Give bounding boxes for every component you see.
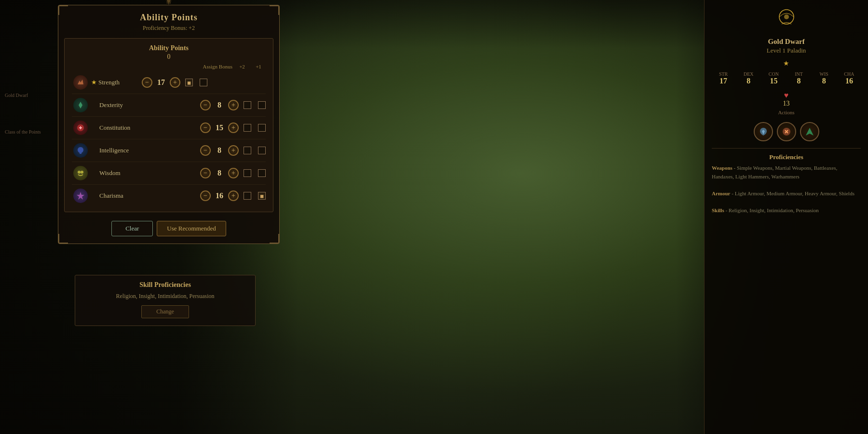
proficiencies-text: Weapons - Simple Weapons, Martial Weapon…: [712, 164, 861, 215]
bonus-col1-label: +2: [237, 64, 247, 69]
wisdom-icon-img: [73, 166, 88, 180]
strength-minus-button[interactable]: −: [142, 77, 152, 88]
charisma-checkboxes: [244, 192, 266, 200]
str-abbr: STR: [712, 71, 735, 77]
svg-point-1: [78, 171, 81, 174]
dexterity-checkbox2[interactable]: [258, 101, 266, 109]
charisma-name: Charisma: [99, 192, 200, 200]
strength-plus-button[interactable]: +: [170, 77, 180, 88]
weapons-label: Weapons: [712, 165, 732, 171]
bonus-col2-label: +1: [254, 64, 263, 69]
svg-point-2: [81, 171, 83, 174]
wisdom-value: 8: [213, 169, 226, 177]
top-ornament: ⚜: [164, 0, 174, 7]
constitution-checkbox1[interactable]: [244, 124, 251, 132]
wisdom-name: Wisdom: [99, 169, 200, 177]
strength-controls: − 17 +: [142, 77, 180, 88]
class-icon-3: [800, 122, 819, 141]
constitution-plus-button[interactable]: +: [228, 122, 239, 133]
dexterity-plus-button[interactable]: +: [228, 100, 239, 110]
intelligence-value: 8: [213, 146, 226, 155]
stat-cell-con: CON 15: [762, 71, 785, 85]
wisdom-minus-button[interactable]: −: [200, 168, 211, 178]
strength-label-group: ★ Strength: [91, 79, 142, 86]
strength-checkbox2[interactable]: [200, 79, 207, 86]
constitution-value: 15: [213, 123, 226, 132]
constitution-minus-button[interactable]: −: [200, 122, 211, 133]
charisma-checkbox2[interactable]: [258, 192, 266, 200]
con-abbr: CON: [762, 71, 785, 77]
str-value: 17: [712, 77, 735, 85]
strength-star: ★: [91, 79, 97, 86]
stat-row-wisdom: Wisdom − 8 +: [72, 162, 266, 185]
cha-abbr: CHA: [838, 71, 861, 77]
armour-label: Armour: [712, 190, 731, 196]
wisdom-icon: [72, 164, 89, 182]
star-rating: ★: [712, 59, 861, 68]
wisdom-controls: − 8 +: [200, 168, 239, 178]
wisdom-checkbox1[interactable]: [244, 169, 251, 177]
dexterity-checkbox1[interactable]: [244, 101, 251, 109]
charisma-checkbox1[interactable]: [244, 192, 251, 200]
character-class: Level 1 Paladin: [712, 47, 861, 54]
strength-value: 17: [154, 78, 168, 87]
con-value: 15: [762, 77, 785, 85]
armour-text: - Light Armour, Medium Armour, Heavy Arm…: [732, 190, 854, 196]
wis-value: 8: [813, 77, 836, 85]
constitution-icon-img: [73, 121, 88, 135]
skill-proficiencies-panel: Skill Proficiencies Religion, Insight, I…: [75, 275, 256, 326]
actions-count: 13: [712, 100, 861, 108]
charisma-minus-button[interactable]: −: [200, 190, 211, 201]
skills-text: - Religion, Insight, Intimidation, Persu…: [725, 207, 818, 213]
dexterity-icon-img: [73, 98, 88, 112]
panel-header: ⚜ Ability Points Proficiency Bonus: +2: [58, 5, 279, 34]
bonus-cols: +2 +1: [237, 64, 263, 69]
use-recommended-button[interactable]: Use Recommended: [157, 221, 226, 236]
dexterity-icon: [72, 96, 89, 114]
skill-change-button[interactable]: Change: [141, 305, 189, 318]
wisdom-plus-button[interactable]: +: [228, 168, 239, 178]
left-sidebar: Gold Dwarf Class of the Points: [0, 0, 65, 434]
strength-checkboxes: [185, 79, 207, 86]
constitution-name: Constitution: [99, 124, 200, 132]
intelligence-plus-button[interactable]: +: [228, 145, 239, 156]
skill-panel-title: Skill Proficiencies: [85, 281, 245, 289]
proficiencies-title: Proficiencies: [712, 153, 861, 161]
class-icon-2: [777, 122, 796, 141]
stat-row-charisma: Charisma − 16 +: [72, 185, 266, 207]
dexterity-minus-button[interactable]: −: [200, 100, 211, 110]
int-abbr: INT: [787, 71, 811, 77]
strength-checkbox1[interactable]: [185, 79, 193, 86]
stat-cell-int: INT 8: [787, 71, 811, 85]
proficiency-bonus: Proficiency Bonus: +2: [68, 25, 270, 32]
charisma-value: 16: [213, 191, 226, 200]
clear-button[interactable]: Clear: [111, 221, 153, 236]
intelligence-controls: − 8 +: [200, 145, 239, 156]
intelligence-icon: [72, 142, 89, 159]
intelligence-minus-button[interactable]: −: [200, 145, 211, 156]
points-count: 0: [167, 53, 171, 60]
skills-label: Skills: [712, 207, 724, 213]
left-panel-text: Gold Dwarf Class of the Points: [5, 92, 60, 136]
charisma-controls: − 16 +: [200, 190, 239, 201]
charisma-plus-button[interactable]: +: [228, 190, 239, 201]
wisdom-checkbox2[interactable]: [258, 169, 266, 177]
charisma-icon-img: [73, 189, 88, 203]
strength-name: Strength: [98, 79, 142, 86]
intelligence-checkbox1[interactable]: [244, 147, 251, 154]
intelligence-name: Intelligence: [99, 147, 200, 154]
right-character-panel: Gold Dwarf Level 1 Paladin ★ STR 17 DEX …: [704, 0, 868, 434]
panel-title: Ability Points: [68, 13, 270, 23]
dexterity-value: 8: [213, 101, 226, 109]
constitution-icon: [72, 119, 89, 136]
actions-label: Actions: [778, 109, 794, 115]
dexterity-checkboxes: [244, 101, 266, 109]
intelligence-checkbox2[interactable]: [258, 147, 266, 154]
character-name: Gold Dwarf: [712, 38, 861, 46]
actions-section: ♥ 13 Actions: [712, 91, 861, 116]
dexterity-name: Dexterity: [99, 101, 200, 109]
constitution-checkbox2[interactable]: [258, 124, 266, 132]
dex-value: 8: [737, 77, 760, 85]
stat-cell-dex: DEX 8: [737, 71, 760, 85]
stat-row-dexterity: Dexterity − 8 +: [72, 94, 266, 117]
